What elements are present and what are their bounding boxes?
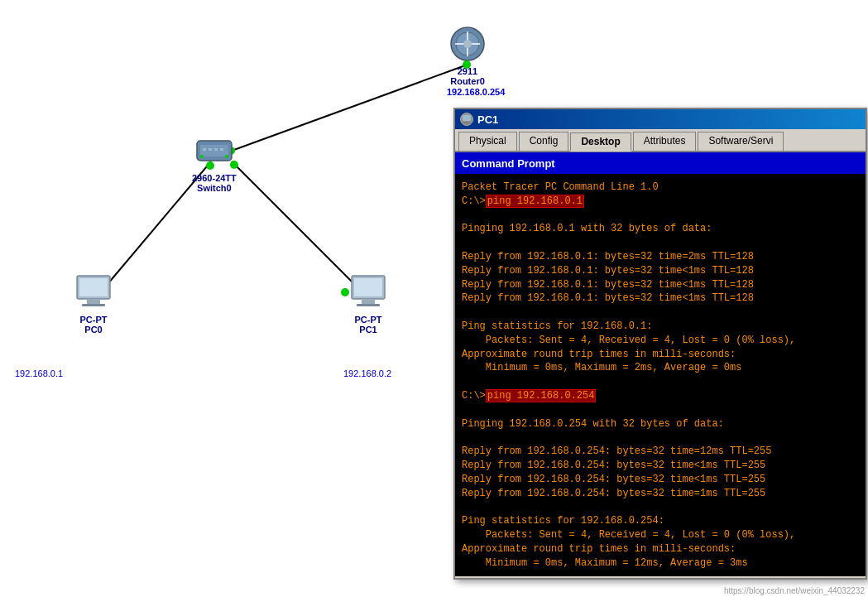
pc0-label: PC-PT PC0: [80, 315, 108, 335]
pc0-icon: [73, 272, 114, 313]
pc1-content: Command Prompt Packet Tracer PC Command …: [455, 152, 866, 576]
router0-icon: [447, 23, 488, 65]
router0-label: 2911 Router0: [450, 66, 485, 86]
tab-config[interactable]: Config: [519, 132, 569, 151]
tab-software[interactable]: Software/Servi: [698, 132, 784, 151]
cmd-header: Command Prompt: [455, 152, 866, 174]
svg-rect-24: [463, 115, 471, 121]
svg-rect-18: [87, 299, 100, 304]
svg-line-2: [232, 161, 364, 294]
pc1-network[interactable]: PC-PT PC1: [348, 272, 389, 335]
svg-rect-22: [362, 299, 375, 304]
svg-point-14: [200, 155, 204, 158]
router0[interactable]: 2911 Router0: [447, 23, 488, 86]
svg-rect-12: [214, 148, 218, 151]
pc1-title-text: PC1: [477, 113, 498, 126]
pc0-ip: 192.168.0.1: [15, 368, 63, 378]
svg-rect-10: [203, 148, 206, 151]
cmd-body[interactable]: Packet Tracer PC Command Line 1.0 C:\>pi…: [455, 174, 866, 576]
svg-rect-17: [79, 278, 108, 296]
svg-line-0: [232, 65, 468, 151]
svg-rect-26: [463, 123, 470, 123]
svg-rect-21: [354, 278, 382, 296]
router0-ip: 192.168.0.254: [447, 87, 505, 97]
svg-point-15: [225, 155, 228, 158]
pc1-tabs: Physical Config Desktop Attributes Softw…: [455, 129, 866, 152]
svg-rect-19: [82, 304, 105, 306]
svg-rect-13: [220, 148, 223, 151]
tab-desktop[interactable]: Desktop: [570, 132, 631, 152]
switch0[interactable]: 2960-24TT Switch0: [192, 130, 237, 193]
svg-point-7: [463, 40, 472, 48]
tab-attributes[interactable]: Attributes: [633, 132, 697, 151]
pc1-icon: [348, 272, 389, 313]
pc1-network-label: PC-PT PC1: [355, 315, 382, 335]
conn-dot-switch-pc1-top: [230, 161, 238, 169]
svg-rect-23: [357, 304, 380, 306]
tab-physical[interactable]: Physical: [458, 132, 517, 151]
conn-dot-router-switch-top: [463, 60, 471, 69]
pc0[interactable]: PC-PT PC0: [73, 272, 114, 335]
pc1-ip: 192.168.0.2: [343, 368, 391, 378]
pc1-titlebar: PC1: [455, 109, 866, 129]
svg-rect-25: [465, 121, 468, 123]
svg-rect-11: [209, 148, 212, 151]
pc1-dialog: PC1 Physical Config Desktop Attributes S…: [453, 108, 867, 580]
switch0-label: 2960-24TT Switch0: [192, 173, 237, 193]
conn-dot-switch-pc0-top: [206, 161, 214, 170]
pc1-title-icon: [460, 113, 473, 126]
watermark: https://blog.csdn.net/weixin_44032232: [724, 586, 865, 595]
